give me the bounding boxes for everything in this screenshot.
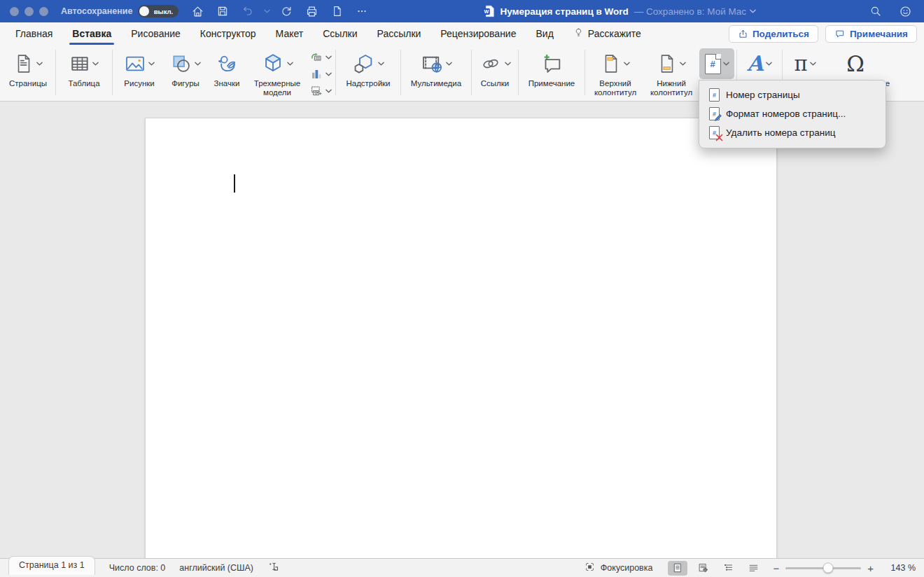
header-icon <box>601 53 622 75</box>
equation-button[interactable]: π <box>785 48 825 79</box>
page-number-icon: # <box>705 54 721 74</box>
add-ins-button[interactable]: Надстройки <box>338 48 398 90</box>
tab-references[interactable]: Ссылки <box>313 22 367 45</box>
tab-draw[interactable]: Рисование <box>121 22 190 45</box>
minimize-window-button[interactable] <box>24 7 34 16</box>
word-count-indicator[interactable]: Число слов: 0 <box>109 563 166 573</box>
smartart-button[interactable] <box>309 50 332 65</box>
comments-button[interactable]: Примечания <box>825 25 917 43</box>
chevron-down-icon <box>287 62 293 66</box>
header-button[interactable]: Верхний колонтитул <box>587 48 643 99</box>
feedback-smiley-icon[interactable] <box>896 3 914 20</box>
tab-home[interactable]: Главная <box>6 22 62 45</box>
chevron-down-icon <box>680 62 686 66</box>
document-page[interactable] <box>145 118 777 558</box>
screenshot-button[interactable] <box>309 83 332 99</box>
page-number-wrap: # # Номер страницы # Формат номеров <box>699 48 734 79</box>
chart-icon <box>309 68 323 81</box>
draft-view-button[interactable] <box>743 561 763 576</box>
page-count-indicator[interactable]: Страница 1 из 1 <box>8 556 95 575</box>
illustrations-stack <box>308 48 333 100</box>
chevron-down-icon <box>36 62 43 66</box>
chevron-down-icon <box>326 72 332 76</box>
text-button[interactable]: A <box>739 48 780 79</box>
tab-insert[interactable]: Вставка <box>62 22 121 45</box>
focus-icon <box>584 562 596 574</box>
ribbon-insert: Страницы Таблица Рисунки <box>0 45 924 102</box>
chevron-down-icon <box>195 62 201 66</box>
table-icon <box>69 53 90 75</box>
save-icon[interactable] <box>214 3 232 20</box>
chevron-down-icon <box>723 62 729 66</box>
print-layout-view-button[interactable] <box>668 561 687 576</box>
media-button[interactable]: Мультимедиа <box>403 48 469 90</box>
table-button[interactable]: Таблица <box>58 48 110 90</box>
links-button[interactable]: Ссылки <box>474 48 516 90</box>
new-document-icon[interactable] <box>328 3 346 20</box>
focus-mode-button[interactable]: Фокусировка <box>584 562 653 574</box>
autosave-toggle[interactable]: выкл. <box>138 5 178 18</box>
zoom-out-button[interactable]: − <box>773 562 779 574</box>
menu-item-remove-page-numbers[interactable]: # Удалить номера страниц <box>699 123 886 142</box>
zoom-percentage[interactable]: 143 % <box>883 563 916 573</box>
shapes-button[interactable]: Фигуры <box>164 48 207 90</box>
print-icon[interactable] <box>302 3 321 20</box>
redo-icon[interactable] <box>277 3 295 20</box>
group-divider <box>335 50 336 95</box>
tab-view[interactable]: Вид <box>526 22 563 45</box>
autosave-state: выкл. <box>149 8 177 15</box>
close-window-button[interactable] <box>10 7 19 16</box>
group-divider <box>55 50 56 95</box>
titlebar: Автосохранение выкл. <box>0 0 924 22</box>
text-cursor-icon[interactable] <box>267 561 279 575</box>
screenshot-icon <box>309 85 323 97</box>
chevron-down-icon <box>446 62 452 66</box>
share-button[interactable]: Поделиться <box>729 25 818 43</box>
tab-design[interactable]: Конструктор <box>190 22 266 45</box>
tab-mailings[interactable]: Рассылки <box>368 22 431 45</box>
undo-icon[interactable] <box>239 3 257 20</box>
language-indicator[interactable]: английский (США) <box>179 563 253 573</box>
home-icon[interactable] <box>188 3 206 20</box>
outline-view-button[interactable] <box>718 561 738 576</box>
more-commands-icon[interactable] <box>353 3 371 20</box>
duck-icon <box>216 53 238 75</box>
footer-button[interactable]: Нижний колонтитул <box>643 48 699 99</box>
zoom-slider-thumb[interactable] <box>822 563 833 573</box>
document-title: Нумерация страниц в Word <box>500 6 629 17</box>
pencil-icon <box>714 113 722 122</box>
3d-models-button[interactable]: Трехмерные модели <box>246 48 308 99</box>
chevron-down-icon <box>326 89 332 93</box>
menu-item-page-number[interactable]: # Номер страницы <box>699 85 886 104</box>
menu-item-format-page-numbers[interactable]: # Формат номеров страниц... <box>699 104 886 123</box>
page-number-button[interactable]: # <box>699 48 734 79</box>
tab-tell-me[interactable]: Расскажите <box>564 22 651 45</box>
ribbon-tabbar: Главная Вставка Рисование Конструктор Ма… <box>0 22 924 45</box>
page-number-icon: # <box>709 88 720 102</box>
shapes-icon <box>170 53 192 75</box>
chart-button[interactable] <box>309 67 332 82</box>
search-icon[interactable] <box>867 3 885 20</box>
saved-status[interactable]: — Сохранено в: Мой Mac <box>634 6 756 17</box>
pages-button[interactable]: Страницы <box>3 48 53 90</box>
icons-button[interactable]: Значки <box>207 48 246 90</box>
zoom-in-button[interactable]: + <box>867 562 874 574</box>
smartart-icon <box>309 51 323 64</box>
tab-review[interactable]: Рецензирование <box>430 22 526 45</box>
pictures-button[interactable]: Рисунки <box>115 48 164 90</box>
comment-icon <box>834 29 846 39</box>
tab-layout[interactable]: Макет <box>266 22 314 45</box>
picture-icon <box>124 53 146 75</box>
add-ins-icon <box>352 52 376 76</box>
word-document-icon: W <box>482 5 495 18</box>
web-layout-view-button[interactable] <box>693 561 713 576</box>
zoom-window-button[interactable] <box>39 7 48 16</box>
zoom-slider[interactable] <box>785 567 861 569</box>
window-controls <box>10 7 48 16</box>
document-canvas[interactable] <box>0 102 924 558</box>
group-divider <box>400 50 401 95</box>
undo-chevron-icon[interactable] <box>264 9 270 13</box>
chevron-down-icon <box>750 9 756 13</box>
autosave-control: Автосохранение выкл. <box>61 5 178 18</box>
new-comment-button[interactable]: Примечание <box>521 48 582 90</box>
